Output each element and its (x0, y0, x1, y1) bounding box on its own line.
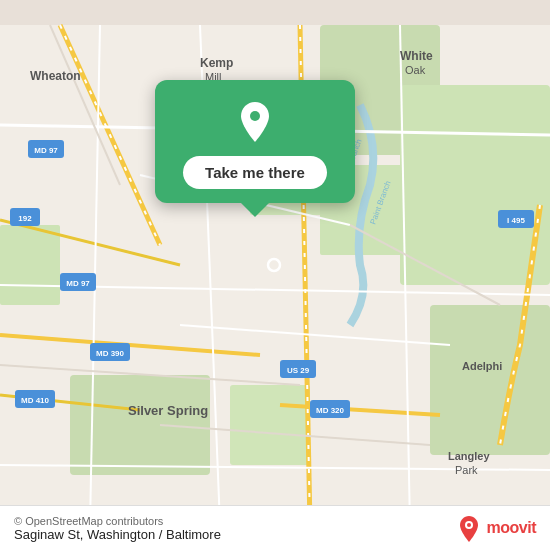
location-pin-icon (231, 98, 279, 146)
svg-text:Adelphi: Adelphi (462, 360, 502, 372)
copyright-text: © OpenStreetMap contributors (14, 515, 221, 527)
svg-text:MD 97: MD 97 (66, 279, 90, 288)
popup-card: Take me there (155, 80, 355, 203)
moovit-brand-text: moovit (487, 519, 536, 537)
svg-rect-3 (430, 305, 550, 455)
svg-rect-8 (230, 385, 310, 465)
svg-text:MD 320: MD 320 (316, 406, 345, 415)
svg-text:Park: Park (455, 464, 478, 476)
svg-text:I 495: I 495 (507, 216, 525, 225)
svg-text:Silver Spring: Silver Spring (128, 403, 208, 418)
take-me-there-button[interactable]: Take me there (183, 156, 327, 189)
map-container: MD 97 MD 97 US 29 MD 390 MD 320 I 495 MD… (0, 0, 550, 550)
svg-text:MD 97: MD 97 (34, 146, 58, 155)
svg-text:White: White (400, 49, 433, 63)
svg-point-57 (250, 111, 260, 121)
svg-text:MD 410: MD 410 (21, 396, 50, 405)
address-text: Saginaw St, Washington / Baltimore (14, 527, 221, 542)
svg-text:Kemp: Kemp (200, 56, 233, 70)
svg-text:Wheaton: Wheaton (30, 69, 81, 83)
svg-text:Langley: Langley (448, 450, 490, 462)
svg-text:MD 390: MD 390 (96, 349, 125, 358)
bottom-bar: © OpenStreetMap contributors Saginaw St,… (0, 505, 550, 550)
moovit-logo: moovit (455, 514, 536, 542)
svg-text:192: 192 (18, 214, 32, 223)
svg-rect-4 (0, 225, 60, 305)
moovit-logo-icon (455, 514, 483, 542)
svg-point-59 (467, 523, 471, 527)
svg-rect-2 (400, 85, 550, 285)
svg-text:US 29: US 29 (287, 366, 310, 375)
bottom-left: © OpenStreetMap contributors Saginaw St,… (14, 515, 221, 542)
svg-text:Oak: Oak (405, 64, 426, 76)
